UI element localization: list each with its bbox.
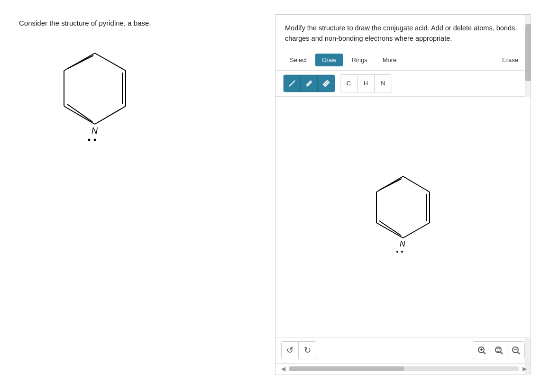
horizontal-scrollbar[interactable]: ◀ ▶ <box>275 363 531 374</box>
svg-line-7 <box>67 104 92 122</box>
scrollbar-thumb[interactable] <box>525 24 531 81</box>
single-bond-button[interactable] <box>284 75 301 92</box>
zoom-in-button[interactable] <box>473 342 490 359</box>
undo-button[interactable]: ↺ <box>282 342 299 359</box>
select-button[interactable]: Select <box>283 54 313 66</box>
undo-redo-group: ↺ ↻ <box>281 341 316 359</box>
svg-line-35 <box>500 352 503 355</box>
svg-text:N: N <box>400 240 405 248</box>
bond-group <box>283 74 335 92</box>
carbon-button[interactable]: C <box>340 75 358 92</box>
zoom-group <box>473 341 525 359</box>
svg-line-6 <box>67 55 93 69</box>
svg-point-11 <box>94 139 96 141</box>
svg-line-2 <box>95 106 126 124</box>
canvas-area[interactable]: N <box>275 97 531 337</box>
svg-line-12 <box>289 81 295 86</box>
atom-group: C H N <box>340 74 392 92</box>
double-bond-button[interactable] <box>301 75 318 92</box>
left-panel: Consider the structure of pyridine, a ba… <box>9 14 275 166</box>
scroll-right-arrow[interactable]: ▶ <box>522 365 527 372</box>
zoom-out-button[interactable] <box>507 342 524 359</box>
svg-line-0 <box>95 53 126 71</box>
svg-point-10 <box>88 139 91 141</box>
svg-line-37 <box>518 352 520 355</box>
pyridine-structure-left: N <box>47 36 266 162</box>
erase-button[interactable]: Erase <box>497 54 523 66</box>
draw-tools: C H N <box>275 71 531 97</box>
svg-line-26 <box>379 221 401 236</box>
bottom-bar: ↺ ↻ <box>275 337 531 363</box>
zoom-reset-button[interactable] <box>490 342 507 359</box>
rings-button[interactable]: Rings <box>345 54 374 66</box>
nitrogen-button[interactable]: N <box>375 75 392 92</box>
svg-text:N: N <box>92 126 98 136</box>
right-panel: Modify the structure to draw the conjuga… <box>275 14 531 374</box>
svg-line-20 <box>403 223 430 238</box>
svg-point-29 <box>401 251 403 253</box>
more-button[interactable]: More <box>376 54 403 66</box>
left-title: Consider the structure of pyridine, a ba… <box>19 19 266 27</box>
svg-point-28 <box>396 251 398 253</box>
draw-button[interactable]: Draw <box>315 54 343 66</box>
scroll-track-thumb[interactable] <box>289 366 404 371</box>
svg-line-21 <box>376 223 403 238</box>
svg-line-18 <box>403 176 430 192</box>
scroll-left-arrow[interactable]: ◀ <box>281 365 285 372</box>
right-description: Modify the structure to draw the conjuga… <box>275 15 531 50</box>
toolbar: Select Draw Rings More Erase <box>275 50 531 71</box>
molecule-canvas: N <box>275 97 531 337</box>
redo-button[interactable]: ↻ <box>299 342 316 359</box>
svg-line-3 <box>64 106 95 124</box>
svg-line-24 <box>379 179 402 190</box>
hydrogen-button[interactable]: H <box>358 75 375 92</box>
triple-bond-button[interactable] <box>318 75 335 92</box>
scroll-track[interactable] <box>289 366 519 371</box>
svg-line-31 <box>483 352 486 355</box>
